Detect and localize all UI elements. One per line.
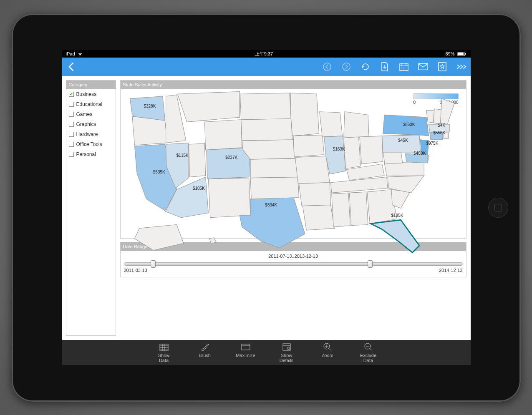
state-or[interactable] — [132, 116, 167, 145]
category-label: Graphics — [76, 121, 96, 127]
zoom-icon — [323, 342, 333, 352]
state-wy[interactable] — [204, 120, 242, 150]
date-slider[interactable] — [124, 259, 463, 267]
category-label: Educational — [76, 101, 103, 107]
state-ok[interactable] — [250, 177, 299, 199]
category-label: Games — [76, 111, 93, 117]
state-ar[interactable] — [299, 183, 330, 206]
mail-icon[interactable] — [418, 62, 428, 72]
checkbox[interactable] — [69, 102, 74, 107]
category-item-personal[interactable]: Personal — [66, 149, 116, 159]
state-label-pa: $45K — [398, 138, 408, 143]
exclude-data-icon — [363, 342, 373, 352]
slider-handle-end[interactable] — [368, 260, 373, 268]
state-mo[interactable] — [295, 156, 330, 184]
show-details-icon — [282, 342, 292, 352]
app-toolbar — [62, 58, 471, 76]
state-al[interactable] — [349, 192, 368, 226]
main-panels: State Sales Activity 0 1,000,000 — [120, 80, 466, 336]
checkbox[interactable] — [69, 122, 74, 127]
favorite-icon[interactable] — [437, 62, 447, 72]
state-sd[interactable] — [241, 118, 292, 141]
maximize-icon — [241, 342, 251, 352]
next-icon[interactable] — [341, 62, 351, 72]
state-me[interactable] — [440, 98, 454, 124]
svg-point-11 — [287, 347, 290, 350]
svg-rect-9 — [242, 344, 250, 350]
state-label-tx: $594K — [265, 203, 277, 207]
show-data-icon — [159, 342, 169, 352]
slider-handle-start[interactable] — [151, 260, 156, 268]
state-mt[interactable] — [177, 92, 240, 122]
category-item-educational[interactable]: Educational — [66, 99, 116, 109]
us-map-svg — [121, 89, 466, 257]
map-panel-title: State Sales Activity — [121, 80, 466, 89]
category-item-hardware[interactable]: Hardware — [66, 129, 116, 139]
export-icon[interactable] — [380, 62, 390, 72]
back-button[interactable] — [66, 62, 76, 72]
category-item-graphics[interactable]: Graphics — [66, 119, 116, 129]
checkbox[interactable] — [69, 152, 74, 157]
state-mn[interactable] — [290, 93, 319, 136]
toolbar-maximize[interactable]: Maximize — [231, 342, 260, 363]
state-vt[interactable] — [426, 110, 434, 123]
ipad-body: iPad 上午9:37 89% — [12, 14, 521, 402]
state-label-ny: $860K — [403, 122, 415, 127]
state-co[interactable] — [206, 148, 250, 179]
toolbar-label: Brush — [199, 353, 211, 358]
home-button[interactable] — [488, 198, 508, 218]
calendar-icon[interactable] — [399, 62, 409, 72]
state-label-co: $237K — [225, 155, 237, 160]
map-area[interactable]: 0 1,000,000 $328K$535K$115K$105K$237K$59… — [121, 89, 466, 238]
battery-percent: 89% — [445, 51, 454, 56]
state-label-wa: $328K — [144, 104, 156, 108]
state-label-fl: $185K — [391, 213, 403, 218]
map-panel: State Sales Activity 0 1,000,000 — [120, 80, 466, 239]
state-wi[interactable] — [319, 112, 342, 137]
category-item-games[interactable]: Games — [66, 109, 116, 119]
toolbar-show-details[interactable]: ShowDetails — [272, 342, 301, 363]
device-label: iPad — [66, 51, 75, 56]
date-min: 2011-03-13 — [124, 268, 147, 273]
toolbar-brush[interactable]: Brush — [190, 342, 219, 363]
state-ia[interactable] — [293, 135, 324, 157]
more-icon[interactable] — [456, 62, 466, 72]
category-label: Office Tools — [76, 141, 102, 147]
category-title: Category — [66, 80, 116, 89]
state-ak[interactable] — [134, 224, 183, 250]
state-hi[interactable] — [209, 238, 216, 243]
toolbar-exclude-data[interactable]: ExcludeData — [354, 342, 383, 363]
wifi-icon — [78, 52, 83, 56]
state-ut[interactable] — [189, 143, 205, 177]
category-item-office-tools[interactable]: Office Tools — [66, 139, 116, 149]
category-item-business[interactable]: Business — [66, 89, 116, 99]
ipad-frame: iPad 上午9:37 89% — [0, 0, 532, 415]
slider-track — [124, 262, 463, 266]
state-label-nj: $975K — [426, 141, 438, 146]
state-mi[interactable] — [343, 112, 368, 138]
checkbox[interactable] — [69, 142, 74, 147]
refresh-icon[interactable] — [361, 62, 371, 72]
svg-rect-1 — [458, 53, 464, 55]
toolbar-zoom[interactable]: Zoom — [313, 342, 342, 363]
state-ks[interactable] — [250, 158, 298, 178]
state-nm[interactable] — [208, 178, 250, 218]
checkbox[interactable] — [69, 92, 74, 97]
state-fl[interactable] — [371, 220, 419, 252]
state-la[interactable] — [303, 205, 334, 230]
screen: iPad 上午9:37 89% — [62, 50, 471, 365]
state-oh[interactable] — [359, 136, 383, 164]
state-in[interactable] — [343, 137, 360, 169]
state-ne[interactable] — [242, 140, 294, 159]
state-ms[interactable] — [331, 193, 350, 227]
checkbox[interactable] — [69, 132, 74, 137]
content-area: Category BusinessEducationalGamesGraphic… — [62, 76, 471, 340]
checkbox[interactable] — [69, 112, 74, 117]
state-sc[interactable] — [391, 190, 410, 209]
toolbar-show-data[interactable]: ShowData — [149, 342, 179, 363]
state-nd[interactable] — [240, 93, 291, 120]
prev-icon[interactable] — [322, 62, 332, 72]
toolbar-label: ExcludeData — [360, 353, 376, 363]
date-max: 2014-12-13 — [439, 268, 462, 273]
state-tn[interactable] — [330, 177, 388, 193]
